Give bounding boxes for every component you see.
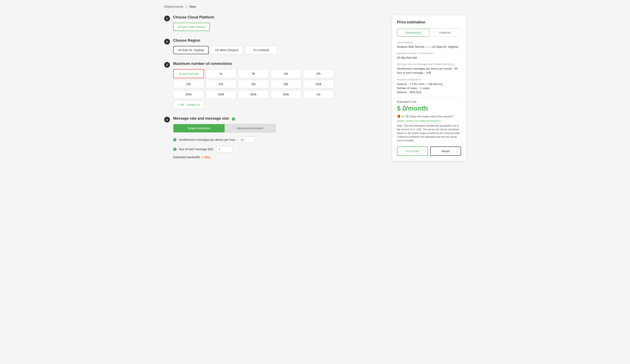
conn-30k-button[interactable]: 30k [238, 80, 269, 88]
price-conn-label: Maximum number of connections： [397, 52, 461, 55]
price-instance-config: Instance configuration： Instance：1 CPU c… [397, 78, 461, 94]
voucher-amount: $0 [402, 115, 404, 118]
voucher-link[interactable]: please contact our sales personnel>> [397, 119, 441, 122]
breadcrumb-current: New [189, 5, 196, 8]
step-3-content: Maximum number of connections 15-day fre… [173, 62, 384, 109]
message-size-label: Size of each message (kb): [179, 148, 214, 151]
note-text: Note: This cost estimation includes the … [397, 124, 461, 142]
region-us-west-button[interactable]: US West (Oregon) [210, 46, 243, 54]
dimensions-tab[interactable]: Demensions [397, 28, 430, 37]
conn-200k-button[interactable]: 200k [173, 90, 204, 99]
step-3-title: Maximum number of connections [173, 62, 384, 66]
breadcrumb: Deployments / New [164, 5, 466, 9]
step-3-number: 3 [164, 62, 170, 68]
conn-5k-button[interactable]: 5k [238, 69, 269, 78]
step-2-content: Choose Region US East (N. Virginia) US W… [173, 38, 384, 54]
step-4-help-icon[interactable]: ? [232, 117, 235, 121]
messages-per-hour-label: Send/receive messages per device per hou… [179, 138, 236, 141]
step-4-number: 4 [164, 117, 170, 123]
simple-estimation-tab[interactable]: Simple estimation [174, 124, 224, 132]
bandwidth-value: 1 Mbps [201, 156, 211, 159]
price-tabs: Demensions Features [397, 28, 461, 37]
conn-1m-button[interactable]: 1M [303, 90, 334, 99]
voucher-row: 🎁 $0 i More information about the vouche… [397, 115, 461, 122]
price-cloud-platform: Cloud platform： Amazon Web Service —— US… [397, 41, 461, 48]
price-max-connections: Maximum number of connections： 15-day fr… [397, 52, 461, 59]
conn-10k-button[interactable]: 10k [270, 69, 302, 78]
bandwidth-label: Estimated bandwidth: [173, 156, 202, 159]
conn-50k-button[interactable]: 50k [270, 80, 302, 88]
message-size-input[interactable] [216, 146, 232, 152]
conn-300k-button[interactable]: 300k [206, 90, 236, 99]
breadcrumb-separator: / [186, 5, 186, 8]
step-1-content: Choose Cloud Platform Amazon Web Service [173, 15, 384, 31]
region-us-east-button[interactable]: US East (N. Virginia) [173, 46, 209, 54]
price-msg-label: Message rate and message size (Simple es… [397, 63, 461, 66]
messages-per-hour-row: ? Send/receive messages per device per h… [173, 137, 384, 143]
price-message-rate: Message rate and message size (Simple es… [397, 63, 461, 75]
connections-grid: 15-day free trial 1k 5k 10k 15k 20k 25k … [173, 69, 384, 99]
price-inst-line1: Instance：1 CPU cores 2 GB Memory [397, 82, 461, 86]
price-actions: Try it now Reset [397, 147, 461, 156]
reset-button[interactable]: Reset [430, 147, 461, 156]
step-4-title: Message rate and message size ? [173, 116, 384, 121]
step-3-section: 3 Maximum number of connections 15-day f… [164, 62, 384, 109]
conn-contact-button[interactable]: > 1M - contact us [173, 100, 204, 109]
price-conn-value: 15-day free trial [397, 56, 461, 59]
aws-option-button[interactable]: Amazon Web Service [173, 23, 210, 31]
estimation-tabs: Simple estimation Advanced estimation [173, 124, 276, 133]
message-size-row: ? Size of each message (kb): [173, 146, 384, 152]
left-panel: 1 Choose Cloud Platform Amazon Web Servi… [164, 15, 384, 159]
step-4-content: Message rate and message size ? Simple e… [173, 116, 384, 159]
price-cloud-value: Amazon Web Service —— US East (N. Virgin… [397, 45, 461, 48]
conn-400k-button[interactable]: 400k [238, 90, 269, 99]
step-1-section: 1 Choose Cloud Platform Amazon Web Servi… [164, 15, 384, 31]
message-size-help-icon[interactable]: ? [173, 148, 176, 151]
region-eu-button[interactable]: EU (Ireland) [245, 46, 278, 54]
step-1-title: Choose Cloud Platform [173, 15, 384, 19]
price-inst-line3: Network：AWS NLB [397, 90, 461, 94]
gift-icon: 🎁 [397, 115, 400, 118]
advanced-estimation-tab[interactable]: Advanced estimation [224, 124, 276, 132]
price-msg-line2: Size of each message：1KB [397, 71, 461, 75]
conn-25k-button[interactable]: 25k [206, 80, 236, 88]
conn-free-trial-button[interactable]: 15-day free trial [173, 69, 204, 78]
step-1-number: 1 [164, 15, 170, 21]
price-divider [397, 97, 461, 98]
step-2-title: Choose Region [173, 38, 384, 43]
features-tab[interactable]: Features [429, 29, 461, 36]
step-4-section: 4 Message rate and message size ? Simple… [164, 116, 384, 159]
estimated-cost-value: $ 0/month [397, 105, 461, 112]
try-it-now-button[interactable]: Try it now [397, 147, 428, 156]
price-inst-line2: Number of nodes：1 nodes [397, 86, 461, 90]
price-inst-label: Instance configuration： [397, 78, 461, 81]
region-group: US East (N. Virginia) US West (Oregon) E… [173, 46, 384, 54]
estimated-cost-label: Estimated Cost [397, 100, 461, 103]
breadcrumb-parent[interactable]: Deployments [164, 5, 183, 8]
conn-1k-button[interactable]: 1k [206, 69, 236, 78]
note-green-text: $0 [412, 128, 415, 131]
price-cloud-label: Cloud platform： [397, 41, 461, 44]
messages-help-icon[interactable]: ? [173, 138, 176, 141]
step-2-number: 2 [164, 39, 170, 44]
price-msg-line1: Send/receive messages per device per min… [397, 67, 461, 71]
bandwidth-row: Estimated bandwidth: 1 Mbps [173, 156, 384, 159]
info-icon[interactable]: i [406, 115, 409, 118]
conn-500k-button[interactable]: 500k [270, 90, 302, 99]
step-2-section: 2 Choose Region US East (N. Virginia) US… [164, 38, 384, 54]
conn-20k-button[interactable]: 20k [173, 80, 204, 88]
price-panel: Price estimation Demensions Features Clo… [392, 15, 466, 161]
conn-15k-button[interactable]: 15k [303, 69, 334, 78]
voucher-text: More information about the voucher? [410, 115, 454, 118]
price-panel-title: Price estimation [397, 20, 461, 24]
messages-per-hour-input[interactable] [238, 137, 255, 143]
conn-100k-button[interactable]: 100k [303, 80, 334, 88]
